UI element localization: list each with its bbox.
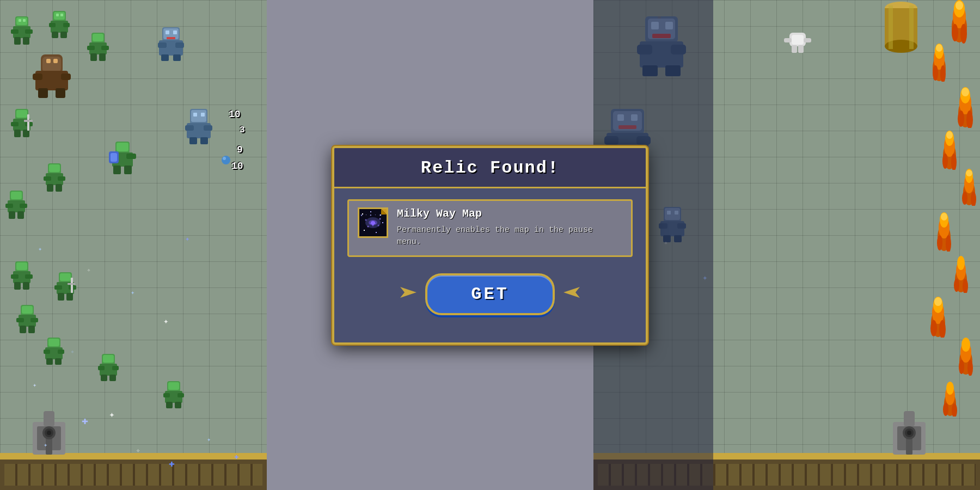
svg-rect-96 — [54, 285, 62, 290]
svg-rect-38 — [175, 42, 184, 48]
svg-rect-119 — [98, 366, 105, 370]
svg-rect-40 — [173, 54, 181, 61]
svg-rect-129 — [175, 402, 181, 408]
svg-rect-121 — [101, 375, 107, 381]
svg-point-225 — [959, 360, 964, 374]
svg-rect-115 — [55, 358, 62, 365]
svg-rect-81 — [126, 154, 136, 159]
svg-rect-103 — [22, 306, 33, 314]
svg-rect-14 — [52, 32, 58, 38]
svg-point-253 — [365, 219, 367, 220]
turret-sprite — [27, 411, 71, 457]
alien-sprite — [5, 191, 27, 222]
svg-rect-28 — [33, 74, 42, 80]
svg-rect-110 — [48, 339, 59, 346]
svg-rect-105 — [16, 318, 24, 322]
fire-creature-sprite — [957, 338, 975, 378]
svg-rect-80 — [111, 153, 117, 162]
svg-rect-92 — [23, 282, 29, 290]
modal-header: Relic Found! — [334, 148, 646, 188]
white-creature-sprite — [784, 27, 811, 57]
svg-point-186 — [936, 44, 942, 52]
svg-point-254 — [367, 225, 369, 227]
svg-point-226 — [967, 360, 973, 376]
svg-rect-246 — [380, 215, 381, 216]
svg-rect-61 — [24, 120, 33, 122]
fire-creature-sprite — [961, 169, 977, 209]
svg-point-179 — [960, 24, 967, 44]
svg-rect-238 — [792, 35, 804, 45]
arrow-right-decoration — [564, 287, 580, 302]
svg-rect-171 — [906, 438, 912, 455]
alien-sprite — [163, 381, 184, 411]
alien-sprite — [87, 33, 109, 64]
fire-creature-sprite — [935, 212, 953, 254]
svg-rect-13 — [63, 23, 70, 27]
svg-rect-239 — [784, 38, 792, 42]
svg-rect-114 — [46, 358, 53, 365]
svg-point-198 — [946, 131, 953, 139]
svg-rect-128 — [166, 402, 173, 408]
alien-with-shield-sprite — [109, 142, 136, 177]
svg-rect-4 — [25, 29, 33, 34]
svg-rect-124 — [168, 382, 179, 390]
svg-rect-12 — [49, 23, 56, 27]
svg-marker-260 — [564, 287, 580, 298]
robot-sprite — [185, 109, 212, 147]
svg-rect-77 — [117, 143, 128, 151]
number-badge-9: 9 — [237, 144, 243, 155]
svg-rect-48 — [204, 125, 212, 131]
svg-rect-3 — [11, 29, 19, 34]
svg-rect-66 — [58, 176, 65, 181]
svg-rect-120 — [112, 366, 119, 370]
svg-point-224 — [961, 338, 970, 352]
svg-point-84 — [222, 156, 230, 164]
svg-rect-89 — [11, 274, 19, 279]
svg-rect-67 — [47, 184, 53, 192]
svg-rect-33 — [53, 59, 58, 63]
number-badge-10b: 10 — [231, 161, 243, 171]
robot-sprite — [158, 27, 184, 64]
svg-point-214 — [954, 279, 959, 292]
svg-rect-99 — [66, 293, 73, 301]
relic-icon-art — [359, 209, 387, 236]
fire-creature-sprite — [931, 44, 947, 84]
svg-rect-21 — [87, 46, 95, 50]
svg-point-219 — [930, 320, 937, 336]
svg-rect-43 — [167, 37, 175, 39]
svg-rect-17 — [60, 14, 63, 16]
alien-sprite — [54, 272, 76, 303]
svg-point-136 — [47, 431, 51, 435]
relic-icon-container — [358, 207, 388, 238]
svg-rect-42 — [173, 30, 177, 34]
svg-rect-106 — [30, 318, 38, 322]
alien-sprite — [11, 16, 33, 47]
svg-rect-122 — [109, 375, 116, 381]
svg-rect-8 — [23, 19, 26, 22]
svg-rect-245 — [370, 211, 371, 212]
svg-rect-249 — [376, 232, 377, 233]
svg-rect-112 — [44, 350, 50, 354]
button-area: GET — [347, 268, 633, 332]
svg-rect-113 — [58, 350, 64, 354]
svg-rect-132 — [44, 411, 54, 426]
svg-rect-126 — [163, 393, 170, 397]
relic-found-dialog: Relic Found! — [332, 146, 648, 345]
svg-rect-100 — [71, 278, 73, 293]
get-button[interactable]: GET — [425, 273, 555, 315]
svg-point-196 — [942, 154, 948, 169]
svg-rect-54 — [16, 110, 27, 118]
gem-orb — [221, 155, 231, 168]
svg-rect-94 — [60, 273, 71, 281]
svg-rect-32 — [46, 59, 51, 63]
svg-point-184 — [933, 65, 938, 81]
alien-sprite — [44, 163, 65, 194]
svg-rect-73 — [20, 204, 27, 208]
fire-creature-sprite — [956, 87, 975, 131]
alien-sprite — [49, 11, 70, 41]
svg-rect-108 — [28, 326, 35, 333]
svg-point-178 — [952, 24, 958, 41]
svg-rect-41 — [166, 30, 169, 34]
svg-rect-75 — [17, 211, 24, 219]
svg-rect-240 — [804, 38, 811, 42]
